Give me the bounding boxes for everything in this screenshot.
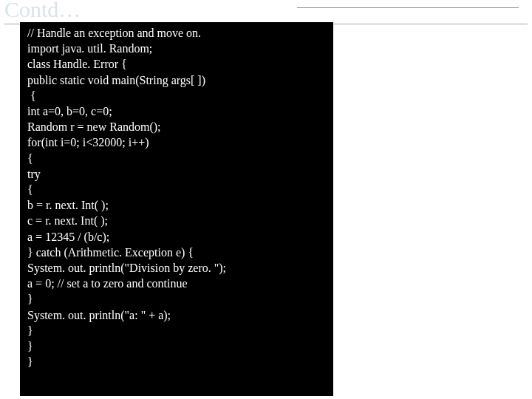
- code-line: {: [24, 88, 329, 103]
- title-area: Contd…: [4, 0, 528, 24]
- code-line: class Handle. Error {: [24, 56, 329, 72]
- code-line: a = 12345 / (b/c);: [24, 229, 329, 245]
- code-line: {: [24, 182, 329, 197]
- title-divider: [297, 7, 519, 8]
- code-line: Random r = new Random();: [24, 119, 329, 134]
- code-line: // Handle an exception and move on.: [24, 25, 329, 41]
- code-line: }: [24, 354, 329, 369]
- code-line: {: [24, 151, 329, 166]
- code-line: }: [24, 338, 329, 354]
- code-line: c = r. next. Int( );: [24, 213, 329, 228]
- code-line: for(int i=0; i<32000; i++): [24, 134, 329, 150]
- code-line: a = 0; // set a to zero and continue: [24, 276, 329, 291]
- code-line: int a=0, b=0, c=0;: [24, 103, 329, 119]
- code-line: } catch (Arithmetic. Exception e) {: [24, 245, 329, 260]
- code-block: // Handle an exception and move on. impo…: [20, 22, 333, 396]
- code-line: System. out. println("a: " + a);: [24, 307, 329, 323]
- code-line: import java. util. Random;: [24, 41, 329, 56]
- code-line: try: [24, 166, 329, 182]
- code-line: }: [24, 291, 329, 307]
- code-line: System. out. println("Division by zero. …: [24, 260, 329, 276]
- code-line: }: [24, 323, 329, 338]
- slide-title: Contd…: [4, 0, 81, 21]
- slide: Contd… // Handle an exception and move o…: [0, 0, 532, 399]
- code-line: public static void main(String args[ ]): [24, 72, 329, 88]
- code-line: b = r. next. Int( );: [24, 197, 329, 213]
